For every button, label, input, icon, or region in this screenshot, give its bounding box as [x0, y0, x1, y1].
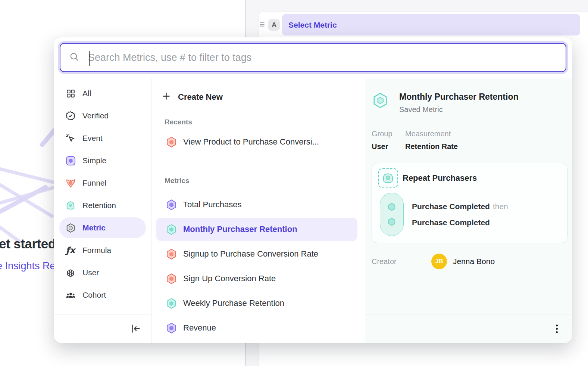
creator-avatar: JB	[431, 254, 447, 269]
search-icon	[69, 52, 79, 63]
metric-row[interactable]: Signup to Purchase Conversion Rate	[156, 242, 357, 266]
search-bar[interactable]	[60, 43, 566, 72]
get-started-heading-fragment: et started.	[0, 236, 59, 251]
hexagon-icon	[166, 199, 177, 211]
sidebar-item-label: User	[82, 268, 99, 277]
section-divider	[159, 163, 357, 163]
step-event: Purchase Completed	[412, 202, 490, 211]
plus-icon	[162, 92, 171, 103]
drag-handle-icon[interactable]	[259, 21, 265, 29]
metric-picker-modal: All Verified Event	[54, 37, 572, 343]
formula-icon: ƒx	[65, 245, 76, 255]
sidebar-item-event[interactable]: Event	[59, 128, 146, 149]
metric-list: Create New Recents View Product to Purch…	[151, 78, 365, 343]
group-label: Group	[372, 130, 405, 138]
details-header: Monthly Purchaser Retention Saved Metric	[372, 92, 567, 114]
step-connector: then	[493, 202, 508, 211]
hexagon-icon	[166, 273, 177, 285]
measurement-value: Retention Rate	[405, 142, 458, 151]
sidebar-item-label: Simple	[82, 156, 106, 165]
sidebar-item-label: Funnel	[82, 179, 106, 187]
sidebar-item-label: Formula	[82, 246, 111, 255]
query-builder-row: A Select Metric	[259, 14, 580, 35]
hexagon-icon	[166, 224, 177, 235]
creator-row: Creator JB Jenna Bono	[372, 254, 567, 269]
funnel-icon	[65, 178, 76, 188]
details-meta: Group User Measurement Retention Rate	[372, 130, 567, 151]
verified-badge-icon	[65, 111, 76, 121]
metric-row[interactable]: Weekly Purchase Retention	[156, 292, 357, 315]
metric-details-panel: Monthly Purchaser Retention Saved Metric…	[365, 78, 572, 343]
step-line: Purchase Completed	[412, 218, 508, 227]
cohort-people-icon	[65, 290, 76, 300]
details-subtitle: Saved Metric	[399, 105, 518, 114]
details-title: Monthly Purchaser Retention	[399, 92, 518, 102]
step-hexagon-icon	[387, 217, 397, 227]
retention-icon	[65, 201, 76, 210]
sidebar-item-label: Verified	[82, 111, 109, 120]
hexagon-icon	[166, 248, 177, 260]
recent-item[interactable]: View Product to Purchase Conversi...	[156, 131, 357, 152]
sidebar-item-metric[interactable]: Metric	[59, 217, 146, 238]
sidebar-item-label: Retention	[82, 201, 116, 210]
details-footer	[365, 314, 572, 343]
creator-label: Creator	[372, 257, 431, 266]
sidebar-item-label: Metric	[82, 223, 106, 232]
metric-row[interactable]: Sign Up Conversion Rate	[156, 267, 357, 290]
simple-metric-icon	[65, 156, 76, 166]
step-event: Purchase Completed	[412, 218, 490, 227]
kebab-menu-icon[interactable]	[554, 322, 560, 335]
retention-steps-capsule	[380, 193, 404, 236]
cursor-event-icon	[65, 133, 76, 143]
group-value: User	[372, 142, 405, 151]
select-metric-label: Select Metric	[288, 21, 337, 30]
step-line: Purchase Completedthen	[412, 202, 508, 211]
sidebar-item-label: Event	[82, 134, 103, 143]
sidebar-item-verified[interactable]: Verified	[59, 105, 146, 126]
sidebar-item-all[interactable]: All	[59, 83, 146, 104]
hexagon-icon	[166, 322, 177, 334]
sidebar-item-user[interactable]: User	[59, 262, 146, 283]
sidebar-item-label: Cohort	[82, 291, 106, 300]
collapse-sidebar-icon	[130, 323, 141, 334]
metric-row[interactable]: Total Purchases	[156, 193, 357, 216]
metrics-section-label: Metrics	[165, 177, 357, 185]
create-new-button[interactable]: Create New	[156, 89, 357, 105]
collapse-sidebar-button[interactable]	[130, 323, 141, 334]
sidebar-item-funnel[interactable]: Funnel	[59, 173, 146, 193]
grid-icon	[65, 89, 76, 98]
metric-row[interactable]: Revenue	[156, 316, 357, 339]
sidebar-item-cohort[interactable]: Cohort	[59, 285, 146, 305]
recent-item-label: View Product to Purchase Conversi...	[183, 137, 319, 147]
metric-row-selected[interactable]: Monthly Purchaser Retention	[156, 218, 357, 241]
creator-name: Jenna Bono	[453, 257, 495, 266]
sidebar-item-retention[interactable]: Retention	[59, 195, 146, 216]
recents-section-label: Recents	[165, 118, 357, 126]
metric-row-label: Monthly Purchaser Retention	[183, 224, 297, 234]
insights-report-link-fragment[interactable]: e Insights Re	[0, 260, 56, 272]
category-sidebar: All Verified Event	[54, 78, 151, 343]
sidebar-item-label: All	[82, 89, 91, 98]
metric-hexagon-icon	[65, 223, 76, 233]
background-illustration	[0, 37, 54, 366]
retention-steps: Purchase Completedthen Purchase Complete…	[412, 193, 508, 236]
definition-card: Repeat Purchasers Purchase Completedthen…	[372, 163, 567, 243]
retention-dashed-icon	[378, 168, 398, 188]
metric-row-label: Sign Up Conversion Rate	[183, 274, 276, 283]
metric-teal-hexagon-icon	[372, 92, 389, 109]
text-cursor	[89, 51, 90, 66]
metric-row-label: Revenue	[183, 323, 216, 333]
hexagon-icon	[166, 298, 177, 309]
sidebar-item-formula[interactable]: ƒx Formula	[59, 240, 146, 261]
create-new-label: Create New	[178, 92, 223, 102]
metric-row-label: Total Purchases	[183, 200, 242, 210]
select-metric-button[interactable]: Select Metric	[282, 14, 580, 35]
metric-row-label: Weekly Purchase Retention	[183, 298, 284, 308]
search-input[interactable]	[87, 52, 557, 64]
measurement-label: Measurement	[405, 130, 458, 138]
series-badge: A	[268, 19, 280, 31]
user-flower-icon	[65, 268, 76, 277]
step-hexagon-icon	[387, 202, 397, 212]
sidebar-item-simple[interactable]: Simple	[59, 150, 146, 171]
hexagon-icon	[166, 136, 177, 148]
